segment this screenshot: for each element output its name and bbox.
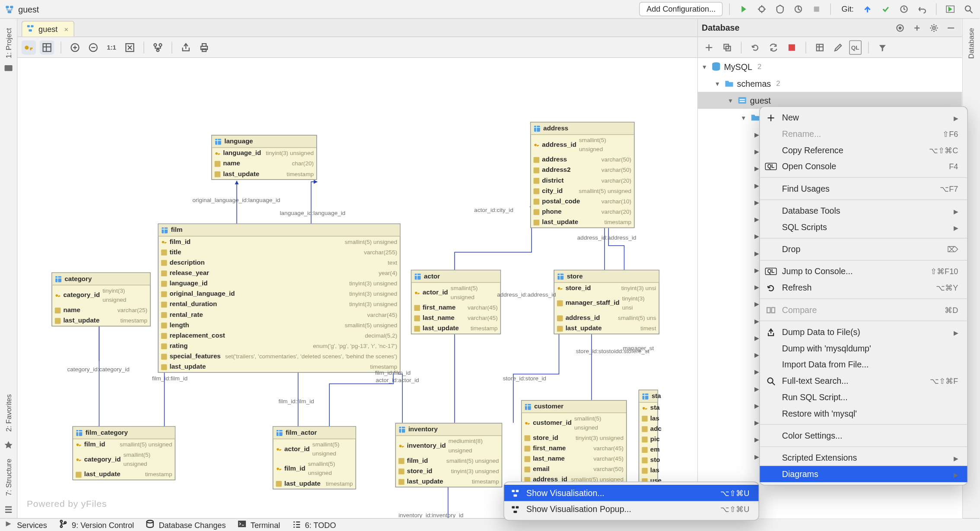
menu-item[interactable]: Copy Reference⌥⇧⌘C [760,142,967,158]
status-services[interactable]: Services [4,519,47,531]
svg-rect-1 [10,6,13,8]
search-everywhere-icon[interactable] [961,2,976,16]
revert-icon[interactable] [915,2,929,16]
table-column: last_updatetimest [554,323,659,334]
svg-rect-54 [789,44,795,51]
debug-icon[interactable] [755,2,769,16]
status-terminal[interactable]: Terminal [238,519,280,531]
menu-item[interactable]: Show Visualisation...⌥⇧⌘U [504,485,759,501]
menu-item[interactable]: Drop⌦ [760,241,967,257]
key-columns-icon[interactable] [22,40,36,54]
table-film_category[interactable]: film_categoryfilm_idsmallint(5) unsigned… [73,426,175,480]
stop-icon[interactable] [810,2,824,16]
table-view-icon[interactable] [813,40,827,54]
svg-rect-44 [525,404,531,410]
table-film[interactable]: filmfilm_idsmallint(5) unsignedtitlevarc… [158,224,400,373]
table-address[interactable]: addressaddress_idsmallint(5) unsignedadd… [530,122,635,228]
status-vcs[interactable]: 9: Version Control [59,519,134,531]
update-project-icon[interactable] [860,2,875,16]
menu-item[interactable]: QLOpen ConsoleF4 [760,158,967,175]
history-icon[interactable] [897,2,911,16]
run-config-selector[interactable]: Add Configuration... [640,2,723,16]
fit-content-icon[interactable] [123,40,137,54]
table-store[interactable]: storestore_idtinyint(3) unsimanager_staf… [554,270,659,334]
close-icon[interactable]: × [64,25,68,33]
table-language[interactable]: languagelanguage_idtinyint(3) unsignedna… [211,135,317,180]
menu-item[interactable]: Diagrams [760,466,967,482]
menu-item[interactable]: Database Tools [760,202,967,219]
table-column: address2varchar(50) [531,165,634,175]
table-column: category_idtinyint(3) unsigned [52,285,150,305]
grid-icon[interactable] [40,40,54,54]
tab-guest-diagram[interactable]: guest × [22,21,74,36]
status-todo[interactable]: 6: TODO [292,519,336,531]
menu-item[interactable]: Show Visualisation Popup...⌥⇧⌘U [504,501,759,518]
profile-icon[interactable] [791,2,805,16]
stop-red-icon[interactable] [785,40,799,54]
powered-by-label: Powered by yFiles [27,499,107,509]
add-icon[interactable] [702,40,716,54]
hide-icon[interactable] [944,21,958,35]
menu-item[interactable]: Find Usages⌥F7 [760,180,967,197]
menu-item[interactable]: Color Settings... [760,427,967,444]
svg-point-37 [76,443,79,446]
run-icon[interactable] [737,2,751,16]
tree-row[interactable]: MySQL2 [698,58,962,75]
vcs-label: Git: [838,5,856,14]
sync-icon[interactable] [767,40,781,54]
tool-project[interactable]: 1: Project [5,19,13,67]
svg-rect-10 [27,25,30,27]
svg-rect-42 [399,427,405,433]
run-dashboard-icon [4,519,13,531]
table-column: last_namevarchar(45) [522,454,627,464]
layout-icon[interactable] [151,40,165,54]
menu-item[interactable]: Restore with 'mysql' [760,405,967,422]
menu-item[interactable]: Run SQL Script... [760,389,967,405]
menu-item[interactable]: Compare⌘D [760,302,967,318]
edit-icon[interactable] [831,40,845,54]
table-column: film_idsmallint(5) unsigned [396,455,502,466]
tool-database[interactable]: Database [967,19,975,65]
menu-item[interactable]: Import Data from File... [760,357,967,373]
refresh-icon[interactable] [748,40,762,54]
table-column: language_idtinyint(3) unsigned [159,278,400,289]
menu-item[interactable]: SQL Scripts [760,219,967,235]
target-icon[interactable] [893,21,907,35]
print-icon[interactable] [197,40,211,54]
table-category[interactable]: categorycategory_idtinyint(3) unsignedna… [51,272,150,326]
gear-icon[interactable] [927,21,941,35]
menu-item[interactable]: Dump Data to File(s) [760,324,967,340]
svg-point-25 [215,152,218,155]
zoom-in-icon[interactable] [68,40,82,54]
menu-item[interactable]: Full-text Search...⌥⇧⌘F [760,373,967,389]
tree-row[interactable]: schemas2 [698,75,962,92]
menu-item[interactable]: QLJump to Console...⇧⌘F10 [760,263,967,280]
menu-item[interactable]: Dump with 'mysqldump' [760,340,967,357]
breadcrumb[interactable]: guest [18,4,39,14]
actual-size-icon[interactable]: 1:1 [105,40,119,54]
ide-run-anything-icon[interactable] [943,2,958,16]
table-film_actor[interactable]: film_actoractor_idsmallint(5) unsignedfi… [273,426,356,489]
status-db-changes[interactable]: Database Changes [146,519,226,531]
diagrams-submenu: Show Visualisation...⌥⇧⌘UShow Visualisat… [503,481,759,521]
commit-icon[interactable] [878,2,893,16]
menu-item[interactable]: New [760,110,967,126]
table-actor[interactable]: actoractor_idsmallint(5) unsignedfirst_n… [411,270,501,334]
table-inventory[interactable]: inventoryinventory_idmediumint(8) unsign… [395,423,503,487]
tool-structure[interactable]: 7: Structure [5,450,13,505]
menu-item[interactable]: Refresh⌥⌘Y [760,280,967,296]
ql-icon[interactable]: QL [849,40,861,54]
export-icon[interactable] [179,40,193,54]
tool-favorites[interactable]: 2: Favorites [5,385,13,441]
table-column: last_updatetimestamp [273,478,355,489]
filter-icon[interactable] [875,40,889,54]
zoom-out-icon[interactable] [86,40,100,54]
branch-icon [59,519,68,531]
duplicate-icon[interactable] [720,40,734,54]
menu-item[interactable]: Rename...⇧F6 [760,126,967,142]
menu-item[interactable]: Scripted Extensions [760,449,967,466]
collapse-icon[interactable] [910,21,924,35]
coverage-icon[interactable] [773,2,787,16]
svg-rect-36 [76,430,82,436]
table-column: pic [639,434,657,444]
